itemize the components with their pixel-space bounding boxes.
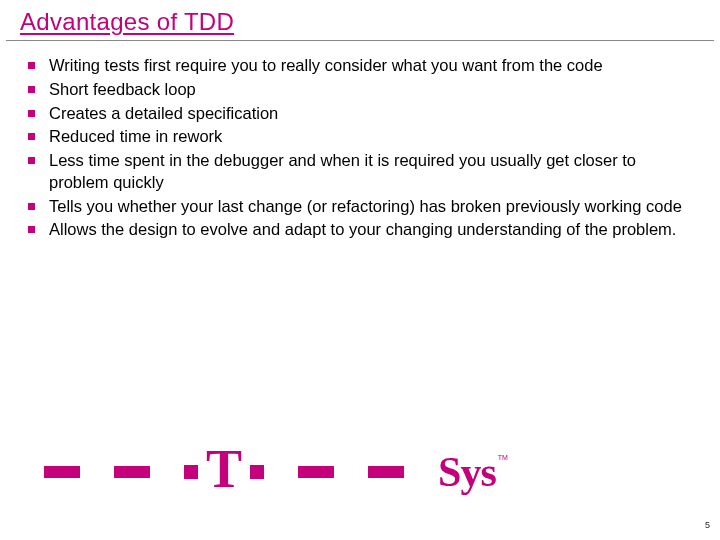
slide-content: Writing tests first require you to reall…	[0, 41, 720, 241]
list-item: Allows the design to evolve and adapt to…	[28, 219, 692, 241]
bullet-icon	[28, 157, 35, 164]
bullet-icon	[28, 226, 35, 233]
bullet-text: Creates a detailed specification	[49, 103, 692, 125]
bullet-text: Tells you whether your last change (or r…	[49, 196, 692, 218]
dash-icon	[114, 466, 150, 478]
bullet-text: Less time spent in the debugger and when…	[49, 150, 692, 194]
bullet-text: Short feedback loop	[49, 79, 692, 101]
list-item: Reduced time in rework	[28, 126, 692, 148]
bullet-text: Writing tests first require you to reall…	[49, 55, 692, 77]
list-item: Short feedback loop	[28, 79, 692, 101]
bullet-icon	[28, 62, 35, 69]
logo-suffix: Sys	[438, 448, 496, 496]
dash-icon	[44, 466, 80, 478]
bullet-text: Reduced time in rework	[49, 126, 692, 148]
brand-logo: T Sys TM	[0, 446, 720, 498]
logo-box-icon	[250, 465, 264, 479]
bullet-icon	[28, 86, 35, 93]
list-item: Creates a detailed specification	[28, 103, 692, 125]
page-number: 5	[705, 520, 710, 530]
bullet-text: Allows the design to evolve and adapt to…	[49, 219, 692, 241]
slide-title: Advantages of TDD	[6, 0, 714, 41]
list-item: Writing tests first require you to reall…	[28, 55, 692, 77]
trademark-icon: TM	[498, 454, 508, 461]
logo-letter: T	[206, 448, 242, 491]
logo-box-icon	[184, 465, 198, 479]
list-item: Tells you whether your last change (or r…	[28, 196, 692, 218]
dash-icon	[298, 466, 334, 478]
bullet-icon	[28, 133, 35, 140]
list-item: Less time spent in the debugger and when…	[28, 150, 692, 194]
bullet-list: Writing tests first require you to reall…	[28, 55, 692, 241]
bullet-icon	[28, 110, 35, 117]
t-logo-block: T	[184, 452, 264, 491]
dash-icon	[368, 466, 404, 478]
bullet-icon	[28, 203, 35, 210]
